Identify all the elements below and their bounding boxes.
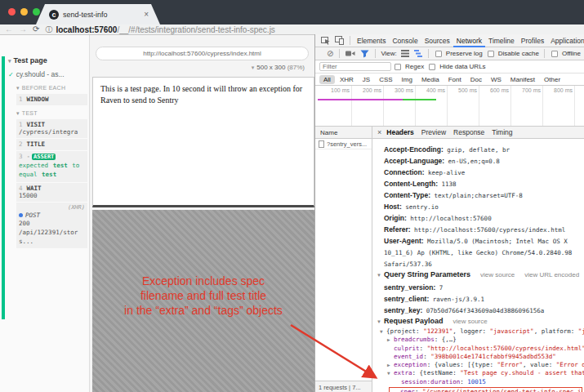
test-result[interactable]: ✓cy.should - as... (8, 70, 87, 78)
type-filter-pill[interactable]: CSS (375, 75, 396, 84)
tree-toggle-icon[interactable]: ▶ (387, 336, 394, 344)
check-icon: ✓ (8, 71, 14, 78)
test-section-label[interactable]: ▾TEST (16, 110, 87, 117)
type-filter-pill[interactable]: Other (540, 75, 564, 84)
suite-header[interactable]: ▾Test page (8, 56, 87, 65)
type-filter-pill[interactable]: Media (417, 75, 444, 84)
type-filter-pill[interactable]: All (319, 75, 335, 84)
detail-tab[interactable]: Preview (421, 128, 446, 136)
devtools-tab[interactable]: Elements (354, 34, 389, 47)
inspect-element-icon[interactable] (321, 36, 330, 45)
viewport-size-label[interactable]: ▾500 x 300 (87%) (252, 64, 305, 71)
traffic-light-close[interactable] (8, 8, 16, 16)
type-filter-pill[interactable]: WS (487, 75, 506, 84)
query-param-row: sentry_key: 07b50d7664f343609a04d3886096… (372, 304, 584, 315)
preserve-log-checkbox[interactable] (435, 51, 442, 57)
header-row: Content-Type: text/plain;charset=UTF-8 (372, 189, 584, 200)
command-title[interactable]: 2TITLE (16, 139, 87, 150)
type-filter-pill[interactable]: Font (444, 75, 466, 84)
time-tick: 600 ms (479, 86, 511, 126)
before-each-label[interactable]: ▾BEFORE EACH (16, 85, 87, 91)
filter-funnel-icon[interactable] (360, 50, 369, 58)
hide-data-urls-checkbox[interactable] (429, 64, 435, 70)
view-url-encoded-link[interactable]: view URL encoded (524, 271, 579, 278)
command-assert[interactable]: 3-ASSERT expected test to equal test (16, 151, 87, 182)
screenshot-icon[interactable] (345, 50, 355, 57)
cypress-runner: ▾Test page ✓cy.should - as... ▾BEFORE EA… (0, 35, 314, 392)
stage-background: Exception includes spec filename and ful… (92, 210, 314, 392)
browser-tab[interactable]: c send-test-info × (36, 4, 160, 24)
offline-checkbox[interactable] (551, 51, 558, 57)
devtools-tab[interactable]: Network (453, 34, 485, 47)
document-icon (319, 140, 324, 148)
view-source-link[interactable]: view source (452, 318, 487, 325)
tree-toggle-icon[interactable]: ▼ (387, 369, 394, 377)
header-row: Host: sentry.io (372, 200, 584, 212)
assert-message: expected test to equal test (19, 161, 85, 180)
divider (544, 49, 545, 58)
large-rows-icon[interactable] (401, 50, 409, 57)
request-row[interactable]: ?sentry_vers... (315, 139, 372, 149)
payload-line[interactable]: ▶breadcrumbs: {,…} (372, 336, 584, 344)
type-filter-pill[interactable]: Doc (466, 75, 486, 84)
time-tick: 500 ms (448, 86, 479, 126)
query-param-row: sentry_version: 7 (372, 281, 584, 292)
disable-cache-checkbox[interactable] (488, 51, 494, 57)
query-string-section[interactable]: ▼Query String Parametersview sourceview … (372, 269, 584, 281)
payload-line[interactable]: ▼extra: {testName: "Test page cy.should … (372, 369, 584, 377)
devtools-tab[interactable]: Application (547, 34, 584, 47)
reload-icon[interactable]: ⟳ (33, 25, 39, 33)
highlight-box: spec: "/cypress/integration/send-test-in… (389, 387, 582, 392)
type-filter-pill[interactable]: Img (398, 75, 417, 84)
back-icon[interactable]: ← (5, 25, 13, 33)
devtools-tab[interactable]: Profiles (518, 34, 547, 47)
regex-checkbox[interactable] (395, 64, 401, 70)
close-detail-icon[interactable]: × (377, 128, 381, 136)
command-xhr[interactable]: (XHR) POST 200 /api/122391/stor s... (16, 203, 87, 249)
detail-tab[interactable]: Timing (492, 128, 512, 136)
tree-toggle-icon[interactable]: ▶ (387, 361, 394, 369)
payload-line: event_id: "398b001c4e1741cfabbf9945adbd5… (372, 353, 584, 361)
type-filter-pill[interactable]: XHR (336, 75, 358, 84)
request-payload-section[interactable]: ▼Request Payloadview source (372, 315, 584, 327)
tab-close-icon[interactable]: × (144, 10, 149, 19)
detail-tab[interactable]: Headers (386, 128, 414, 136)
devtools-tab[interactable]: Sources (421, 34, 453, 47)
forward-icon[interactable]: → (19, 25, 27, 33)
time-tick: 400 ms (416, 86, 448, 126)
pass-indicator-bar (2, 56, 5, 319)
traffic-light-minimize[interactable] (20, 8, 28, 16)
command-window[interactable]: 1WINDOW (16, 94, 87, 105)
url-host: localhost:57600 (56, 25, 117, 34)
page-text: This is a test page. In 10 second it wil… (100, 84, 302, 105)
traffic-light-zoom[interactable] (33, 8, 40, 16)
detail-tab[interactable]: Response (453, 128, 484, 136)
payload-line[interactable]: ▼{project: "122391", logger: "javascript… (372, 327, 584, 336)
time-tick: 100 ms (320, 86, 352, 126)
command-visit[interactable]: 1VISIT /cypress/integra (16, 119, 87, 138)
address-bar[interactable]: localhost:57600/__/#/tests/integration/s… (56, 25, 274, 34)
network-overview[interactable]: 100 ms200 ms300 ms400 ms500 ms600 ms700 … (315, 86, 584, 127)
device-toolbar-icon[interactable] (335, 36, 344, 45)
filter-input[interactable] (319, 62, 391, 71)
name-column-header[interactable]: Name (315, 127, 372, 139)
time-tick: 700 ms (511, 86, 543, 126)
page-info-icon[interactable]: ⓘ (45, 24, 52, 35)
payload-line[interactable]: ▶exception: {values: [{type: "Error", va… (372, 361, 584, 369)
collapse-icon: ▾ (16, 85, 20, 91)
aut-url-bar[interactable]: http://localhost:57600/cypress/index.htm… (96, 47, 309, 60)
type-filter-pill[interactable]: Manifest (506, 75, 539, 84)
view-source-link[interactable]: view source (480, 271, 515, 278)
browser-window: c send-test-info × ← → ⟳ ⓘ localhost:576… (0, 0, 584, 392)
clear-icon[interactable]: ⊘ (327, 50, 333, 58)
divider (350, 36, 350, 45)
time-tick: 300 ms (384, 86, 416, 126)
devtools-tab[interactable]: Timeline (485, 34, 518, 47)
type-filter-pill[interactable]: JS (359, 75, 374, 84)
collapse-icon: ▼ (377, 273, 381, 278)
devtools-tab[interactable]: Console (389, 34, 421, 47)
command-wait[interactable]: 4WAIT 15000 (16, 183, 87, 202)
payload-line: session:duration: 10015 (372, 378, 584, 386)
show-overview-icon[interactable] (414, 50, 422, 57)
tree-toggle-icon[interactable]: ▼ (380, 327, 386, 336)
